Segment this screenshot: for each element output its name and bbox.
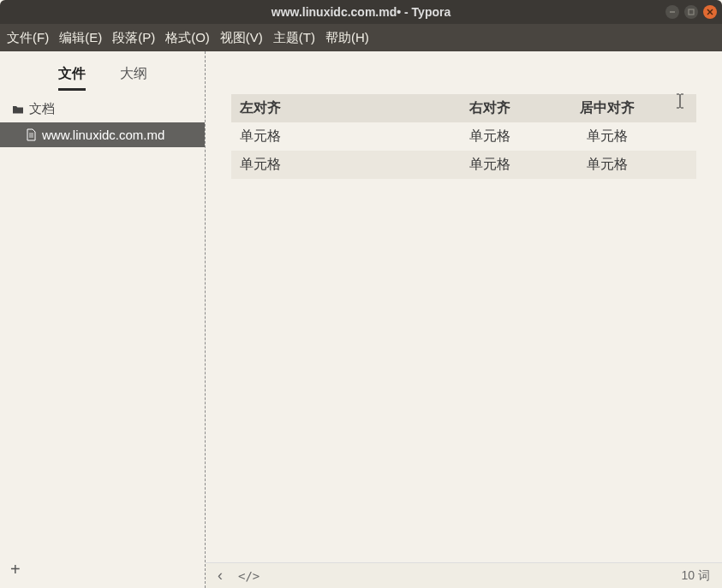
statusbar: ‹ </> 10 词 [206,562,722,588]
table-cell[interactable]: 单元格 [519,151,696,179]
menu-view[interactable]: 视图(V) [220,30,263,46]
back-button[interactable]: ‹ [218,567,223,585]
minimize-button[interactable] [665,5,679,19]
sidebar-folder[interactable]: 文档 [0,96,205,122]
sidebar: 文件 大纲 文档 www.linuxidc.com.md + [0,51,206,588]
sidebar-file[interactable]: www.linuxidc.com.md [0,122,205,147]
menu-file[interactable]: 文件(F) [7,30,49,46]
table-header-row: 左对齐 右对齐 居中对齐 [231,94,696,122]
menu-paragraph[interactable]: 段落(P) [112,30,155,46]
editor-body[interactable]: 左对齐 右对齐 居中对齐 单元格 单元格 单元格 单元格 单元格 单元格 [206,51,722,562]
word-count[interactable]: 10 词 [682,568,710,584]
table-header-left[interactable]: 左对齐 [231,94,375,122]
table-row: 单元格 单元格 单元格 [231,122,696,151]
window-controls [665,5,717,19]
folder-icon [12,104,24,116]
tab-outline[interactable]: 大纲 [120,65,147,91]
file-icon [26,128,37,141]
svg-rect-1 [689,9,694,15]
maximize-button[interactable] [684,5,698,19]
editor: 左对齐 右对齐 居中对齐 单元格 单元格 单元格 单元格 单元格 单元格 [206,51,722,588]
plus-icon: + [10,560,21,579]
table-cell[interactable]: 单元格 [231,122,375,151]
new-file-button[interactable]: + [0,551,205,588]
source-mode-button[interactable]: </> [238,569,260,583]
sidebar-folder-label: 文档 [29,101,55,117]
menu-edit[interactable]: 编辑(E) [59,30,102,46]
menu-help[interactable]: 帮助(H) [325,30,369,46]
table-row: 单元格 单元格 单元格 [231,151,696,179]
table-cell[interactable]: 单元格 [519,122,696,151]
table-header-right[interactable]: 右对齐 [375,94,519,122]
close-button[interactable] [703,5,717,19]
sidebar-file-label: www.linuxidc.com.md [42,128,164,142]
window-title: www.linuxidc.com.md• - Typora [271,5,451,19]
table-cell[interactable]: 单元格 [375,122,519,151]
table-cell[interactable]: 单元格 [231,151,375,179]
markdown-table[interactable]: 左对齐 右对齐 居中对齐 单元格 单元格 单元格 单元格 单元格 单元格 [231,94,696,179]
menu-theme[interactable]: 主题(T) [273,30,315,46]
sidebar-tabs: 文件 大纲 [0,51,205,96]
table-cell[interactable]: 单元格 [375,151,519,179]
tab-files[interactable]: 文件 [58,65,86,91]
menubar: 文件(F) 编辑(E) 段落(P) 格式(O) 视图(V) 主题(T) 帮助(H… [0,24,722,51]
window-titlebar: www.linuxidc.com.md• - Typora [0,0,722,24]
menu-format[interactable]: 格式(O) [165,30,210,46]
table-header-center[interactable]: 居中对齐 [519,94,696,122]
